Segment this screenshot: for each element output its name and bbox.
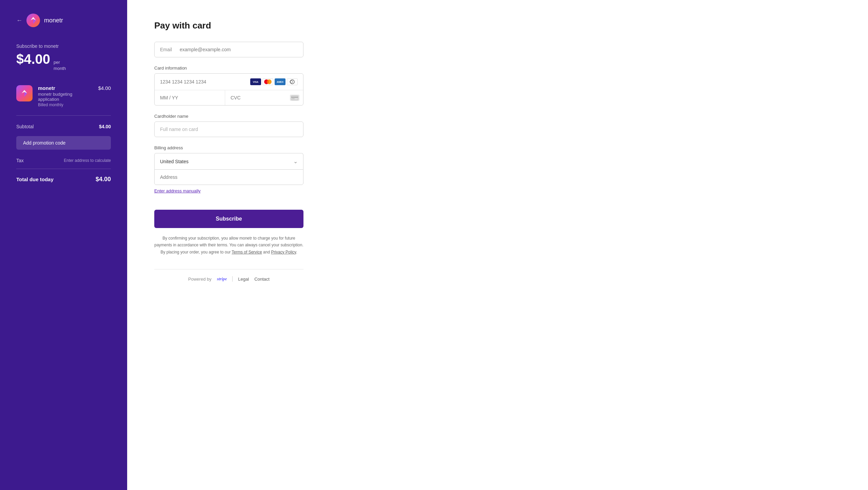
cvc-card-icon: [290, 95, 299, 101]
card-number-row: VISA AMEX: [155, 74, 303, 90]
add-promo-button[interactable]: Add promotion code: [16, 136, 111, 150]
subscribe-label: Subscribe to monetr $4.00 permonth: [16, 43, 111, 85]
card-expiry-input[interactable]: [155, 90, 225, 105]
tax-label: Tax: [16, 158, 24, 163]
back-header: ← monetr: [16, 14, 111, 27]
cardholder-label: Cardholder name: [154, 114, 841, 119]
tax-hint: Enter address to calculate: [64, 158, 111, 163]
contact-footer-link[interactable]: Contact: [254, 277, 270, 282]
card-info-section: Card information VISA AMEX: [154, 65, 841, 106]
price-period: permonth: [54, 59, 66, 72]
stripe-logo: stripe: [217, 276, 227, 282]
email-input[interactable]: [180, 42, 298, 57]
card-bottom-row: [155, 90, 303, 105]
right-panel: Pay with card Email Card information VIS…: [127, 0, 868, 490]
total-label: Total due today: [16, 176, 54, 182]
subscribe-button[interactable]: Subscribe: [154, 210, 303, 228]
page-title: Pay with card: [154, 20, 841, 31]
left-panel: ← monetr Subscribe to monetr $4.00 permo…: [0, 0, 127, 490]
subtotal-value: $4.00: [99, 124, 111, 129]
footer: Powered by stripe Legal Contact: [154, 269, 303, 282]
card-fields: VISA AMEX: [154, 73, 303, 106]
address-input-wrapper: [154, 169, 303, 185]
tax-row: Tax Enter address to calculate: [16, 158, 111, 169]
product-desc: monetr budgeting application: [38, 92, 93, 102]
card-number-input[interactable]: [160, 79, 247, 84]
tos-link[interactable]: Terms of Service: [232, 250, 262, 255]
price-amount: $4.00: [16, 52, 50, 67]
brand-name: monetr: [44, 17, 63, 24]
brand-logo: [26, 14, 40, 27]
chevron-down-icon: ⌄: [293, 158, 298, 165]
total-value: $4.00: [96, 176, 111, 183]
legal-footer-link[interactable]: Legal: [238, 277, 249, 282]
product-name: monetr: [38, 85, 93, 91]
privacy-link[interactable]: Privacy Policy: [271, 250, 296, 255]
product-price: $4.00: [98, 85, 111, 91]
card-cvc-wrapper: [225, 90, 303, 105]
diners-icon: [287, 78, 298, 85]
country-value: United States: [160, 159, 293, 164]
product-billing: Billed monthly: [38, 102, 93, 107]
product-row: monetr monetr budgeting application Bill…: [16, 85, 111, 116]
billing-section: Billing address United States ⌄ Enter ad…: [154, 145, 841, 193]
email-section: Email: [154, 42, 841, 57]
email-label: Email: [160, 47, 177, 52]
cardholder-input[interactable]: [154, 121, 303, 137]
amex-icon: AMEX: [275, 78, 285, 85]
cardholder-section: Cardholder name: [154, 114, 841, 137]
email-wrapper: Email: [154, 42, 303, 57]
footer-divider: [232, 276, 233, 282]
svg-rect-6: [292, 98, 295, 99]
legal-text: By confirming your subscription, you all…: [154, 235, 303, 256]
product-logo: [16, 85, 33, 101]
subtotal-row: Subtotal $4.00: [16, 124, 111, 129]
billing-label: Billing address: [154, 145, 841, 150]
svg-rect-5: [291, 97, 298, 98]
total-row: Total due today $4.00: [16, 176, 111, 183]
card-cvc-input[interactable]: [231, 90, 290, 105]
back-arrow-icon[interactable]: ←: [16, 17, 22, 24]
enter-manually-link[interactable]: Enter address manually: [154, 188, 841, 193]
powered-by-label: Powered by: [188, 277, 212, 282]
card-info-label: Card information: [154, 65, 841, 71]
subtotal-label: Subtotal: [16, 124, 34, 129]
visa-icon: VISA: [250, 78, 261, 85]
card-icons: VISA AMEX: [250, 78, 298, 85]
address-input[interactable]: [155, 170, 303, 185]
country-select[interactable]: United States ⌄: [154, 153, 303, 169]
mastercard-icon: [262, 78, 273, 85]
product-info: monetr monetr budgeting application Bill…: [38, 85, 93, 107]
svg-rect-4: [291, 96, 298, 100]
